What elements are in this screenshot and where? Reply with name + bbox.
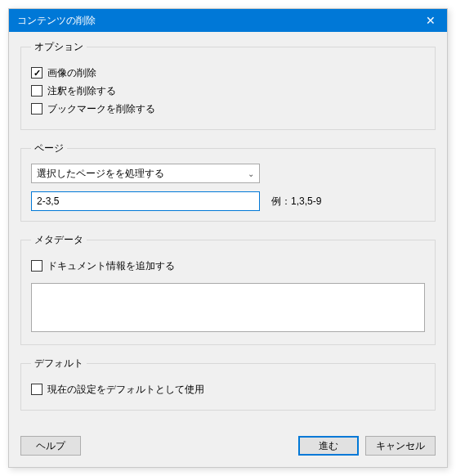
page-mode-select[interactable]: 選択したページをを処理する ⌄ [31, 164, 260, 183]
metadata-textarea[interactable] [31, 283, 425, 332]
options-legend: オプション [31, 40, 87, 54]
help-button-label: ヘルプ [36, 439, 65, 453]
chevron-down-icon: ⌄ [248, 169, 254, 178]
page-mode-value: 選択したページをを処理する [37, 167, 248, 181]
delete-images-checkbox[interactable] [31, 67, 42, 79]
add-docinfo-row[interactable]: ドキュメント情報を追加する [31, 258, 425, 273]
help-button[interactable]: ヘルプ [20, 436, 81, 456]
delete-bookmarks-checkbox[interactable] [31, 103, 42, 115]
proceed-button-label: 進む [319, 439, 338, 453]
metadata-group: メタデータ ドキュメント情報を追加する [20, 233, 436, 345]
page-range-input[interactable] [31, 191, 260, 211]
button-row: ヘルプ 進む キャンセル [20, 436, 436, 456]
page-range-example: 例：1,3,5-9 [271, 195, 321, 209]
window-title: コンテンツの削除 [17, 14, 414, 28]
use-as-default-checkbox[interactable] [31, 384, 42, 395]
use-as-default-row[interactable]: 現在の設定をデフォルトとして使用 [31, 382, 425, 397]
defaults-legend: デフォルト [31, 357, 87, 370]
client-area: オプション 画像の削除 注釈を削除する ブックマークを削除する ページ 選択した… [9, 32, 447, 467]
delete-images-row[interactable]: 画像の削除 [31, 65, 425, 80]
delete-annotations-checkbox[interactable] [31, 85, 42, 97]
add-docinfo-checkbox[interactable] [31, 260, 42, 272]
delete-bookmarks-row[interactable]: ブックマークを削除する [31, 101, 425, 116]
proceed-button[interactable]: 進む [298, 436, 359, 456]
options-group: オプション 画像の削除 注釈を削除する ブックマークを削除する [20, 40, 436, 130]
cancel-button[interactable]: キャンセル [365, 436, 436, 456]
use-as-default-label: 現在の設定をデフォルトとして使用 [47, 382, 204, 397]
defaults-group: デフォルト 現在の設定をデフォルトとして使用 [20, 357, 436, 411]
pages-legend: ページ [31, 141, 67, 155]
delete-bookmarks-label: ブックマークを削除する [47, 101, 155, 116]
delete-annotations-row[interactable]: 注釈を削除する [31, 83, 425, 98]
pages-group: ページ 選択したページをを処理する ⌄ 例：1,3,5-9 [20, 141, 436, 222]
cancel-button-label: キャンセル [376, 439, 425, 453]
delete-images-label: 画像の削除 [47, 65, 96, 80]
close-icon[interactable]: ✕ [414, 9, 447, 32]
titlebar: コンテンツの削除 ✕ [9, 9, 447, 32]
delete-annotations-label: 注釈を削除する [47, 83, 116, 98]
dialog-window: コンテンツの削除 ✕ オプション 画像の削除 注釈を削除する ブックマークを削除… [8, 8, 448, 468]
add-docinfo-label: ドキュメント情報を追加する [47, 258, 175, 273]
metadata-legend: メタデータ [31, 233, 87, 247]
